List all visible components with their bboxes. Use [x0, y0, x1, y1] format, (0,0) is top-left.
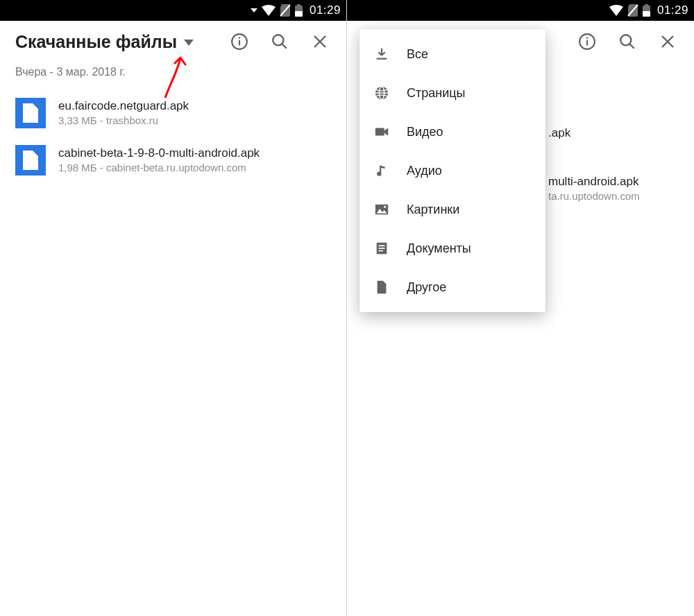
svg-rect-26 — [375, 128, 384, 136]
download-icon — [373, 46, 390, 62]
svg-point-29 — [384, 206, 386, 208]
no-sim-icon — [280, 4, 291, 17]
info-icon — [578, 33, 596, 51]
filter-option-video[interactable]: Видео — [359, 112, 545, 151]
info-button[interactable] — [577, 32, 597, 51]
dropdown-indicator-icon — [251, 7, 257, 14]
screen-right: 01:29 .apk multi-android.apk ta.ru.uptod… — [347, 0, 694, 616]
globe-icon — [373, 85, 390, 101]
app-bar: Скачанные файлы — [0, 21, 346, 59]
svg-point-18 — [620, 35, 631, 45]
status-bar: 01:29 — [347, 0, 694, 21]
audio-icon — [373, 162, 390, 179]
file-type-icon — [15, 98, 46, 128]
svg-point-7 — [273, 35, 283, 46]
svg-line-19 — [629, 44, 634, 49]
svg-rect-6 — [239, 37, 240, 39]
title-dropdown[interactable]: Скачанные файлы — [15, 32, 230, 52]
menu-item-label: Картинки — [407, 203, 459, 217]
close-icon — [659, 33, 676, 50]
close-button[interactable] — [658, 32, 677, 51]
filter-option-documents[interactable]: Документы — [359, 229, 545, 268]
menu-item-label: Страницы — [407, 86, 466, 101]
filter-option-other[interactable]: Другое — [359, 268, 545, 307]
filter-option-all[interactable]: Все — [359, 35, 545, 74]
document-icon — [373, 240, 390, 257]
file-icon — [23, 151, 38, 170]
wifi-icon — [609, 5, 623, 16]
svg-line-8 — [282, 44, 287, 49]
svg-rect-31 — [378, 245, 384, 246]
menu-item-label: Документы — [407, 241, 471, 256]
svg-rect-5 — [239, 40, 240, 46]
file-name-partial: multi-android.apk — [548, 175, 640, 189]
svg-rect-17 — [586, 37, 588, 39]
menu-item-label: Другое — [407, 280, 446, 295]
file-name: cabinet-beta-1-9-8-0-multi-android.apk — [58, 146, 331, 160]
close-button[interactable] — [310, 32, 330, 51]
svg-point-27 — [377, 171, 381, 176]
file-type-icon — [15, 145, 46, 176]
battery-icon — [643, 4, 650, 17]
image-icon — [373, 201, 390, 218]
file-icon — [23, 103, 38, 123]
file-icon — [373, 279, 390, 296]
screen-left: 01:29 Скачанные файлы Вчера - 3 мар. 201… — [0, 0, 347, 616]
svg-rect-3 — [295, 11, 303, 17]
menu-item-label: Аудио — [407, 164, 442, 178]
file-list: eu.faircode.netguard.apk 3,33 МБ - trash… — [0, 83, 346, 191]
svg-rect-33 — [378, 250, 382, 252]
video-icon — [373, 123, 390, 140]
info-button[interactable] — [230, 32, 249, 51]
battery-icon — [295, 4, 303, 17]
wifi-icon — [262, 5, 276, 16]
svg-rect-32 — [378, 248, 384, 249]
svg-rect-2 — [297, 4, 301, 6]
svg-rect-22 — [377, 58, 387, 60]
svg-rect-13 — [645, 4, 648, 6]
page-title: Скачанные файлы — [15, 32, 177, 52]
search-icon — [271, 33, 289, 51]
info-icon — [230, 33, 248, 51]
file-name-partial: .apk — [548, 126, 570, 140]
status-time: 01:29 — [310, 3, 341, 17]
menu-item-label: Все — [407, 47, 428, 62]
file-row[interactable]: cabinet-beta-1-9-8-0-multi-android.apk 1… — [8, 137, 338, 184]
file-subtitle-partial: ta.ru.uptodown.com — [548, 190, 640, 202]
filter-option-pages[interactable]: Страницы — [359, 74, 545, 112]
no-sim-icon — [627, 4, 638, 17]
chevron-down-icon — [184, 37, 194, 49]
status-bar: 01:29 — [0, 0, 346, 21]
file-row[interactable]: eu.faircode.netguard.apk 3,33 МБ - trash… — [8, 89, 338, 137]
filter-option-images[interactable]: Картинки — [359, 190, 545, 229]
date-section-header: Вчера - 3 мар. 2018 г. — [0, 59, 346, 83]
file-name: eu.faircode.netguard.apk — [58, 99, 331, 113]
close-icon — [312, 33, 328, 50]
filter-option-audio[interactable]: Аудио — [359, 151, 545, 190]
svg-rect-16 — [586, 40, 588, 46]
search-button[interactable] — [270, 32, 289, 51]
search-button[interactable] — [618, 32, 637, 51]
status-time: 01:29 — [657, 3, 688, 17]
file-subtitle: 1,98 МБ - cabinet-beta.ru.uptodown.com — [58, 162, 331, 173]
search-icon — [618, 33, 636, 51]
svg-rect-14 — [643, 11, 650, 17]
menu-item-label: Видео — [407, 125, 443, 139]
filter-dropdown-menu: Все Страницы Видео Аудио Картинки — [359, 29, 545, 312]
file-subtitle: 3,33 МБ - trashbox.ru — [58, 114, 331, 126]
